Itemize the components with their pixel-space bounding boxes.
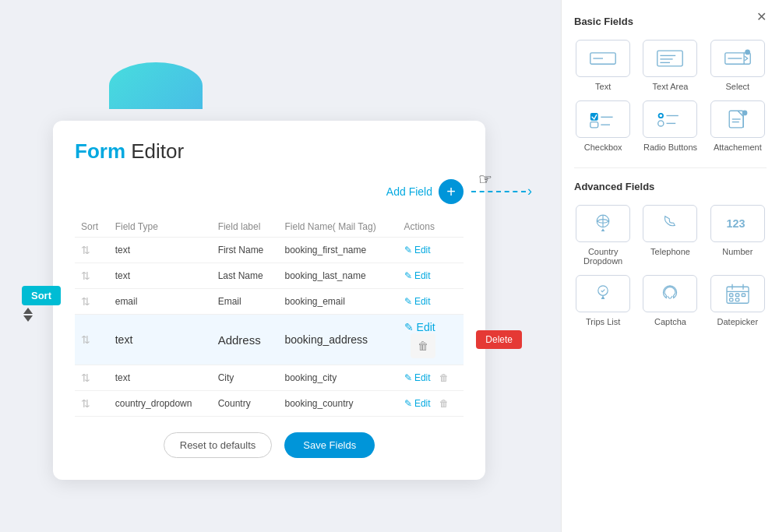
captcha-field-label: Captcha bbox=[654, 317, 686, 326]
svg-point-9 bbox=[746, 50, 749, 54]
table-row: ⇅ country_dropdown Country booking_count… bbox=[75, 391, 464, 417]
datepicker-field-label: Datepicker bbox=[717, 317, 759, 326]
page-title: Form Editor bbox=[75, 139, 464, 164]
field-item-country[interactable]: Country Dropdown bbox=[574, 205, 632, 266]
sort-handle[interactable]: ⇅ bbox=[81, 397, 90, 410]
radio-field-label: Radio Buttons bbox=[643, 143, 697, 152]
row-type: email bbox=[109, 289, 212, 315]
edit-link[interactable]: ✎ Edit bbox=[404, 398, 431, 409]
edit-link[interactable]: ✎ Edit bbox=[404, 245, 431, 255]
bg-decoration bbox=[109, 62, 203, 109]
telephone-field-icon-box bbox=[643, 205, 697, 242]
row-label: Email bbox=[212, 289, 279, 315]
edit-link[interactable]: ✎ Edit bbox=[404, 372, 431, 383]
table-row: ⇅ text Last Name booking_last_name ✎ Edi… bbox=[75, 263, 464, 289]
field-item-telephone[interactable]: Telephone bbox=[641, 205, 699, 266]
field-item-select[interactable]: Select bbox=[709, 40, 767, 91]
sort-handle[interactable]: ⇅ bbox=[81, 333, 90, 346]
row-name: booking_address bbox=[278, 315, 397, 365]
row-type: country_dropdown bbox=[109, 391, 212, 417]
title-highlight: Form bbox=[75, 139, 125, 163]
sort-handle[interactable]: ⇅ bbox=[81, 372, 90, 384]
field-item-textarea[interactable]: Text Area bbox=[641, 40, 699, 91]
svg-rect-2 bbox=[657, 51, 682, 66]
delete-icon[interactable]: 🗑 bbox=[439, 372, 449, 383]
drag-down-arrow bbox=[23, 315, 33, 322]
edit-link[interactable]: ✎ Edit bbox=[404, 270, 431, 281]
number-field-label: Number bbox=[722, 247, 753, 256]
svg-rect-31 bbox=[729, 294, 732, 297]
row-type: text bbox=[109, 315, 212, 365]
table-row: ⇅ text City booking_city ✎ Edit 🗑 bbox=[75, 365, 464, 391]
row-label: Last Name bbox=[212, 263, 279, 289]
close-button[interactable]: ✕ bbox=[756, 9, 767, 24]
col-field-label: Field label bbox=[212, 217, 279, 238]
edit-button[interactable]: ✎ Edit bbox=[404, 321, 435, 333]
svg-point-15 bbox=[660, 115, 663, 118]
delete-icon[interactable]: 🗑 bbox=[411, 333, 435, 358]
captcha-field-icon-box bbox=[643, 275, 697, 312]
svg-text:123: 123 bbox=[726, 217, 745, 230]
svg-rect-32 bbox=[735, 294, 738, 297]
textarea-field-icon-box bbox=[643, 40, 697, 77]
drag-up-arrow bbox=[23, 308, 33, 314]
trips-field-icon-box bbox=[576, 275, 630, 312]
row-type: text bbox=[109, 238, 212, 263]
sort-handle[interactable]: ⇅ bbox=[81, 295, 90, 308]
checkbox-field-icon-box bbox=[576, 100, 630, 138]
add-field-button[interactable]: Add Field + bbox=[386, 179, 464, 204]
add-field-icon: + bbox=[439, 179, 464, 204]
col-actions: Actions bbox=[398, 217, 464, 238]
delete-icon[interactable]: 🗑 bbox=[439, 398, 449, 409]
sort-handle[interactable]: ⇅ bbox=[81, 244, 90, 256]
row-name: booking_email bbox=[278, 289, 397, 315]
advanced-fields-title: Advanced Fields bbox=[574, 181, 767, 192]
table-row: ⇅ text First Name booking_first_name ✎ E… bbox=[75, 238, 464, 263]
row-label: Address bbox=[212, 315, 279, 365]
row-type: text bbox=[109, 365, 212, 391]
sort-handle[interactable]: ⇅ bbox=[81, 270, 90, 282]
main-card: Form Editor Add Field + Sort Field Type … bbox=[53, 121, 485, 480]
field-item-number[interactable]: 123 Number bbox=[709, 205, 767, 266]
svg-point-17 bbox=[658, 121, 664, 126]
basic-fields-title: Basic Fields bbox=[574, 16, 767, 27]
dashed-arrow bbox=[471, 191, 526, 192]
telephone-field-label: Telephone bbox=[650, 247, 690, 256]
number-field-icon-box: 123 bbox=[710, 205, 765, 242]
textarea-field-label: Text Area bbox=[653, 82, 689, 91]
fields-table: Sort Field Type Field label Field Name( … bbox=[75, 217, 464, 417]
select-field-label: Select bbox=[726, 82, 750, 91]
save-button[interactable]: Save Fields bbox=[284, 432, 375, 458]
col-field-type: Field Type bbox=[109, 217, 212, 238]
drag-handle[interactable] bbox=[23, 308, 33, 322]
advanced-fields-grid: Country Dropdown Telephone 123 Number bbox=[574, 205, 767, 326]
sort-tooltip: Sort bbox=[22, 286, 61, 305]
svg-rect-33 bbox=[742, 294, 745, 297]
row-name: booking_first_name bbox=[278, 238, 397, 263]
field-item-trips[interactable]: Trips List bbox=[574, 275, 632, 326]
row-type: text bbox=[109, 263, 212, 289]
edit-link[interactable]: ✎ Edit bbox=[404, 296, 431, 307]
title-rest: Editor bbox=[125, 139, 184, 163]
delete-button[interactable]: Delete bbox=[476, 330, 522, 349]
field-item-datepicker[interactable]: Datepicker bbox=[709, 275, 767, 326]
basic-fields-grid: Text Text Area bbox=[574, 40, 767, 152]
footer-buttons: Reset to defaults Save Fields bbox=[75, 432, 464, 458]
right-panel: ✕ Basic Fields Text Text A bbox=[561, 0, 779, 532]
row-label: City bbox=[212, 365, 279, 391]
field-item-radio[interactable]: Radio Buttons bbox=[641, 100, 699, 152]
field-item-attachment[interactable]: Attachement bbox=[709, 100, 767, 152]
checkbox-field-label: Checkbox bbox=[584, 143, 622, 152]
reset-button[interactable]: Reset to defaults bbox=[164, 432, 273, 458]
section-divider bbox=[574, 167, 767, 168]
attachment-field-label: Attachement bbox=[714, 143, 762, 152]
svg-point-22 bbox=[742, 111, 746, 115]
col-field-name: Field Name( Mail Tag) bbox=[278, 217, 397, 238]
country-field-label: Country Dropdown bbox=[574, 247, 632, 266]
field-item-checkbox[interactable]: Checkbox bbox=[574, 100, 632, 152]
country-field-icon-box bbox=[576, 205, 630, 242]
row-label: First Name bbox=[212, 238, 279, 263]
field-item-text[interactable]: Text bbox=[574, 40, 632, 91]
field-item-captcha[interactable]: Captcha bbox=[641, 275, 699, 326]
table-row-highlighted: ⇅ text Address booking_address ✎ Edit 🗑 … bbox=[75, 315, 464, 365]
